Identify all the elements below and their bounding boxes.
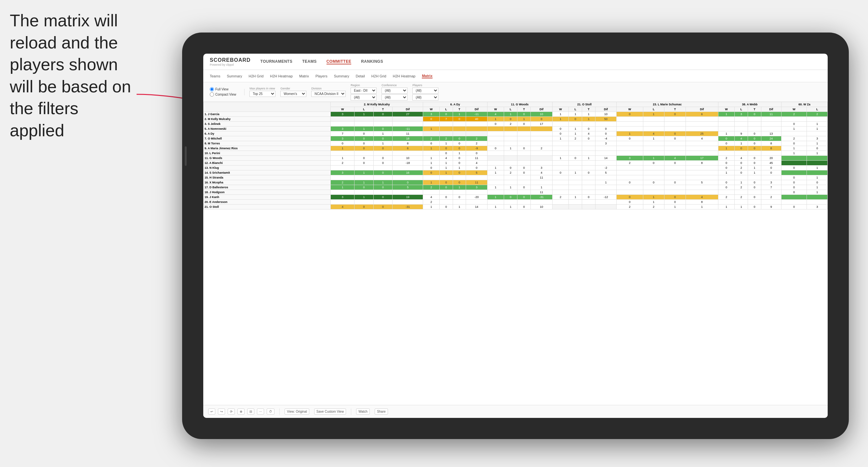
player-name: 17. D Ballesteros (204, 185, 331, 190)
tab-detail[interactable]: Detail (356, 74, 365, 78)
sub-w-1: W (331, 107, 354, 112)
save-custom-view-button[interactable]: Save Custom View (314, 408, 346, 415)
share-button[interactable]: Share (375, 408, 388, 415)
refresh-button[interactable]: ⟳ (228, 408, 235, 415)
timer-button[interactable]: ⏱ (267, 408, 275, 415)
toolbar-separator-1 (279, 408, 280, 415)
logo-subtitle: Powered by clippd (210, 63, 251, 66)
sub-l-7: L (807, 107, 828, 112)
region-select[interactable]: East - DII (350, 88, 377, 94)
nav-committee[interactable]: COMMITTEE (327, 59, 351, 64)
full-view-option[interactable]: Full View (210, 87, 236, 91)
logo-area: SCOREBOARD Powered by clippd (210, 57, 251, 66)
filter-gender: Gender Women's (280, 87, 306, 97)
logo-title: SCOREBOARD (210, 57, 251, 63)
tab-h2h-grid2[interactable]: H2H Grid (371, 74, 386, 78)
table-row: 12. A Bianchi 200-18 1104 2008 00045 (204, 161, 828, 165)
player-name: 13. N Klug (204, 165, 331, 170)
col-header-webb: 38. A Webb (718, 102, 781, 107)
conference-select[interactable]: (All) (381, 88, 407, 94)
tab-bar: Teams Summary H2H Grid H2H Heatmap Matri… (203, 70, 828, 82)
player-name: 3. S Jelinek (204, 122, 331, 126)
view-original-button[interactable]: View: Original (285, 408, 309, 415)
tab-players[interactable]: Players (315, 74, 328, 78)
nav-items: TOURNAMENTS TEAMS COMMITTEE RANKINGS (260, 59, 383, 64)
table-row: 13. N Klug 0110 1003 -2 0210 01 (204, 165, 828, 170)
table-row: 10. L Perini 010 11 (204, 151, 828, 156)
filter-bar: Full View Compact View Max players in vi… (203, 82, 828, 102)
filter-max-players: Max players in view Top 25 (249, 87, 275, 97)
col-header-schumac: 23. L Marie Schumac (617, 102, 718, 107)
region-label: Region (350, 84, 377, 87)
sub-dif-3: Dif (531, 107, 552, 112)
player-name: 20. E Andersson (204, 200, 331, 205)
player-name: 18. J Hodgson (204, 190, 331, 195)
matrix-table: 2. M Kelly Mulcahy 6. A Dy 11. G Woods 2… (203, 102, 828, 210)
player-name: 6. A Dy (204, 131, 331, 136)
player-name: 12. A Bianchi (204, 161, 331, 165)
player-name: 21. O Stoll (204, 205, 331, 210)
settings-button[interactable]: ··· (257, 408, 264, 415)
sub-dif-4: Dif (595, 107, 616, 112)
watch-button[interactable]: Watch (356, 408, 370, 415)
filter-region: Region East - DII (All) (350, 84, 377, 100)
zoom-out-button[interactable]: ⊟ (247, 408, 254, 415)
tab-summary[interactable]: Summary (227, 74, 242, 78)
sub-t-2: T (453, 107, 466, 112)
tab-summary2[interactable]: Summary (334, 74, 349, 78)
player-name: 5. A Nomrowski (204, 126, 331, 131)
conference-sub-select[interactable]: (All) (381, 94, 407, 100)
players-label: Players (412, 84, 438, 87)
tab-teams[interactable]: Teams (210, 74, 220, 78)
sub-l-1: L (354, 107, 374, 112)
full-view-label: Full View (215, 88, 228, 91)
division-label: Division (311, 87, 346, 90)
col-header-woods: 11. G Woods (487, 102, 552, 107)
gender-label: Gender (280, 87, 306, 90)
matrix-area[interactable]: 2. M Kelly Mulcahy 6. A Dy 11. G Woods 2… (203, 102, 828, 404)
full-view-radio[interactable] (210, 87, 214, 91)
col-header-ady: 6. A Dy (423, 102, 487, 107)
table-row: 2. M Kelly Mulcahy 07040 1010 10150 (204, 117, 828, 122)
tab-h2h-heatmap2[interactable]: H2H Heatmap (393, 74, 415, 78)
nav-tournaments[interactable]: TOURNAMENTS (260, 59, 293, 64)
table-row: 5. A Nomrowski 310-11 1 0100 11 (204, 126, 828, 131)
max-players-select[interactable]: Top 25 (249, 91, 275, 97)
nav-teams[interactable]: TEAMS (302, 59, 317, 64)
nav-rankings[interactable]: RANKINGS (361, 59, 383, 64)
tab-matrix2[interactable]: Matrix (422, 74, 432, 79)
table-row: 18. J Hodgson 11 01 (204, 190, 828, 195)
zoom-in-button[interactable]: ⊕ (238, 408, 245, 415)
redo-button[interactable]: ↪ (218, 408, 225, 415)
compact-view-radio[interactable] (210, 92, 214, 97)
undo-button[interactable]: ↩ (208, 408, 215, 415)
player-name: 19. J Kanh (204, 195, 331, 200)
conference-label: Conference (381, 84, 407, 87)
view-options: Full View Compact View (210, 87, 236, 97)
players-sub-select[interactable]: (All) (412, 94, 438, 100)
annotation-text: The matrix willreload and theplayers sho… (10, 10, 131, 142)
tab-h2h-grid[interactable]: H2H Grid (248, 74, 264, 78)
sub-dif-5: Dif (686, 107, 718, 112)
col-header-mulcahy: 2. M Kelly Mulcahy (331, 102, 423, 107)
sub-w-4: W (552, 107, 569, 112)
table-row: 7. O Mitchell 30018 2202 120-4 0104 0402… (204, 136, 828, 141)
compact-view-option[interactable]: Compact View (210, 92, 236, 97)
sub-t-4: T (582, 107, 595, 112)
division-select[interactable]: NCAA Division II (311, 91, 346, 97)
sub-l-5: L (643, 107, 664, 112)
undo-redo-group: ↩ ↪ ⟳ ⊕ ⊟ ··· ⏱ (208, 408, 275, 415)
players-select[interactable]: (All) (412, 88, 438, 94)
sub-w-5: W (617, 107, 643, 112)
tab-matrix[interactable]: Matrix (299, 74, 309, 78)
sub-t-1: T (373, 107, 393, 112)
tab-h2h-heatmap[interactable]: H2H Heatmap (270, 74, 293, 78)
gender-select[interactable]: Women's (280, 91, 306, 97)
sub-w-3: W (487, 107, 504, 112)
tablet-screen: SCOREBOARD Powered by clippd TOURNAMENTS… (203, 54, 828, 418)
region-sub-select[interactable]: (All) (350, 94, 377, 100)
player-name: 9. A Maria Jimenez Rios (204, 146, 331, 151)
col-header-stoll: 21. O Stoll (552, 102, 616, 107)
compact-view-label: Compact View (215, 93, 236, 96)
sub-l-4: L (569, 107, 582, 112)
